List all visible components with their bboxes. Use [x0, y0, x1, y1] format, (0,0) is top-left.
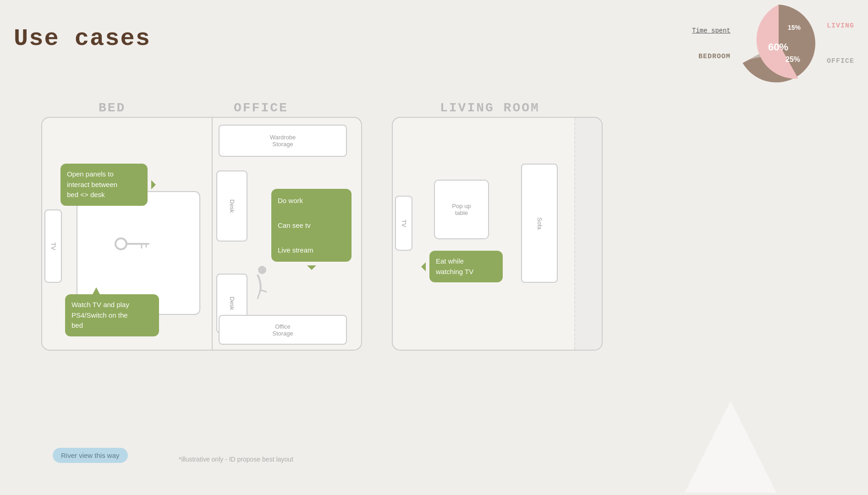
zone-divider [212, 118, 213, 350]
svg-point-3 [115, 238, 126, 249]
chart-labels-left: Time spent BEDROOM [692, 27, 731, 60]
office-label: OFFICE [827, 57, 854, 65]
tv-living: TV [395, 196, 412, 251]
page-title: Use cases [14, 25, 151, 52]
office-storage: Office Storage [219, 315, 347, 345]
disclaimer: *illustrative only - ID propose best lay… [179, 456, 293, 463]
tv-bed: TV [44, 209, 62, 283]
living-plan: TV Pop up table Sofa Eat while watching … [392, 117, 603, 351]
bubble-watch-tv: Watch TV and play PS4/Switch on the bed [65, 294, 159, 336]
pie-chart: 60% 25% 15% [740, 5, 818, 82]
key-icon [114, 235, 151, 254]
bedroom-label: BEDROOM [698, 53, 731, 60]
bubble-work: Do work Can see tv Live stream [271, 189, 352, 262]
section-office: OFFICE [234, 101, 288, 115]
river-view-badge: River view this way [53, 448, 128, 463]
sofa: Sofa [521, 164, 558, 283]
living-label: LIVING [827, 22, 854, 30]
time-spent-label: Time spent [692, 27, 731, 34]
svg-marker-9 [685, 401, 776, 493]
desk-top: Desk [216, 170, 247, 242]
section-living-room: LIVING ROOM [440, 101, 540, 115]
svg-text:25%: 25% [786, 55, 800, 63]
svg-text:15%: 15% [788, 24, 801, 31]
bubble-eat: Eat while watching TV [429, 251, 503, 282]
pop-up-table: Pop up table [434, 180, 489, 239]
section-bed: BED [99, 101, 126, 115]
bubble-panels: Open panels to interact between bed <> d… [60, 164, 148, 206]
person-icon [251, 264, 274, 303]
chart-labels-right: LIVING OFFICE [827, 22, 854, 65]
svg-text:60%: 60% [768, 41, 788, 53]
svg-marker-7 [147, 243, 151, 245]
bedroom-plan: Wardrobe Storage TV Bed Desk Desk [41, 117, 362, 351]
triangle-decoration [685, 401, 776, 495]
wardrobe-storage: Wardrobe Storage [219, 125, 347, 157]
chart-container: Time spent BEDROOM 60% 25% 15% LIVING OF… [692, 5, 854, 82]
svg-point-8 [258, 266, 266, 274]
right-wall [574, 118, 602, 350]
